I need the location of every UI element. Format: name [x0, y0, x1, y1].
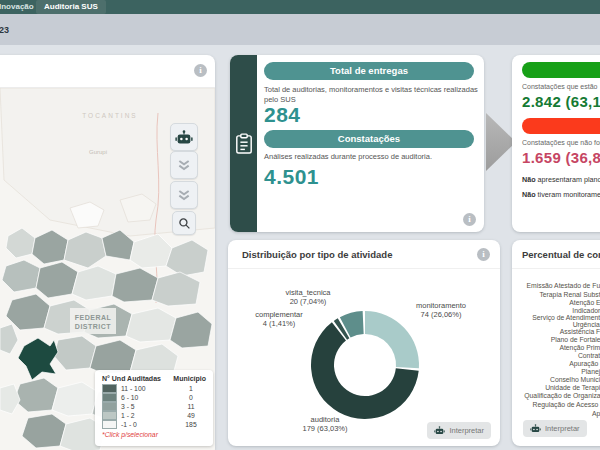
search-icon — [178, 217, 191, 230]
kpi-title-constatacoes: Constatações — [264, 130, 474, 148]
chevron-double-down-icon — [176, 158, 192, 172]
kpi-title-entregas: Total de entregas — [264, 62, 474, 80]
legend-row: -1 - 0185 — [102, 420, 206, 429]
map-legend: N° Und Auditadas Município 11 - 10016 - … — [95, 370, 213, 446]
map-label-city: Gurupi — [89, 149, 107, 155]
interpret-button[interactable]: Interpretar — [523, 420, 587, 437]
robot-icon — [175, 130, 193, 145]
legend-swatch — [102, 384, 117, 393]
legend-swatch — [102, 420, 117, 429]
negative-bar — [522, 118, 600, 134]
kpi-value-entregas: 284 — [264, 103, 301, 127]
legend-note: *Click p/selecionar — [102, 431, 206, 438]
legend-header-count: Município — [173, 375, 206, 382]
tab-auditoria-sus[interactable]: Auditoria SUS — [36, 0, 106, 14]
bar-category-label: Serviço de Atendimento — [532, 314, 600, 321]
bar-category-label: Urgência ( — [573, 321, 600, 328]
year-filter[interactable]: 2023 — [0, 25, 9, 35]
kpi-desc-constatacoes: Análises realizadas durante processo de … — [264, 152, 478, 162]
legend-header-range: N° Und Auditadas — [102, 375, 161, 382]
chevron-double-down-icon — [176, 188, 192, 202]
map-zoom-search-button[interactable] — [172, 211, 196, 235]
map-label-district-2: DISTRICT — [75, 323, 112, 330]
legend-row: 11 - 1001 — [102, 384, 206, 393]
map-collapse-button-1[interactable] — [170, 151, 198, 179]
bar-category-label: Atenção Es — [569, 299, 600, 306]
slice-label-monitoramento: monitoramento74 (26,06%) — [416, 301, 466, 320]
status-note-1: Não apresentaram plano de providências — [522, 175, 600, 184]
clipboard-icon — [235, 133, 253, 155]
bar-category-label: Conselho Municip — [550, 376, 600, 383]
bar-category-label: Regulação de Acesso à — [533, 401, 600, 408]
bar-category-label: Unidade de Terapia — [545, 384, 600, 391]
slice-label-auditoria: auditoria179 (63,03%) — [302, 415, 347, 434]
map-robot-button[interactable] — [170, 123, 198, 151]
bar-category-label: Apuração d — [569, 360, 600, 367]
top-nav-bar: Inovação Auditoria SUS — [0, 0, 600, 14]
legend-swatch — [102, 411, 117, 420]
bar-category-label: Planeja — [581, 368, 600, 375]
legend-swatch — [102, 402, 117, 411]
positive-label: Constatações que estão — [522, 83, 598, 90]
kpi-side-strip — [230, 55, 257, 232]
bar-category-label: Atenção Primá — [559, 344, 600, 351]
bar-category-label: Contratu — [578, 352, 600, 359]
bar-category-label: Apo — [592, 410, 600, 417]
bar-category-label: Plano de Fortalec — [551, 336, 600, 343]
positive-value: 2.842 (63,14%) — [522, 93, 600, 110]
positive-bar — [522, 62, 600, 78]
bar-category-label: Assistência Fa — [560, 328, 600, 335]
legend-swatch — [102, 393, 117, 402]
status-note-2: Não tiveram monitoramento — [522, 190, 600, 199]
filter-bar: 2023 — [0, 14, 600, 45]
negative-label: Constatações que não foram — [522, 139, 600, 146]
negative-value: 1.659 (36,86%) — [522, 149, 600, 166]
map-label-state: TOCANTINS — [82, 112, 137, 119]
donut-slice-monitoramento[interactable] — [365, 311, 419, 368]
percent-card: Percentual de constatações Emissão Atest… — [512, 240, 600, 446]
legend-rows: 11 - 10016 - 1003 - 5111 - 249-1 - 0185 — [102, 384, 206, 429]
donut-chart[interactable] — [228, 240, 500, 446]
interpret-button[interactable]: Interpretar — [427, 422, 491, 439]
map-card: TOCANTINS Gurupi FEDERAL DISTRICT — [0, 55, 215, 450]
kpi-card: Total de entregas Total de auditorias, m… — [230, 55, 484, 232]
legend-row: 1 - 249 — [102, 411, 206, 420]
bar-category-label: Indicadore — [572, 307, 600, 314]
status-card: Constatações que estão 2.842 (63,14%) Co… — [512, 55, 600, 232]
legend-row: 3 - 511 — [102, 402, 206, 411]
slice-label-visita_tecnica: visita_tecnica20 (7,04%) — [285, 288, 330, 307]
kpi-value-constatacoes: 4.501 — [264, 165, 319, 189]
dashboard: Inovação Auditoria SUS 2023 — [0, 0, 600, 450]
donut-card: Distribuição por tipo de atividade monit… — [228, 240, 500, 446]
robot-icon — [434, 426, 445, 435]
slice-label-complementar: complementar4 (1,41%) — [255, 310, 303, 329]
info-icon[interactable] — [463, 213, 476, 226]
percent-labels: Emissão Atestado de FunTerapia Renal Sub… — [512, 240, 600, 446]
bar-category-label: Emissão Atestado de Fun — [527, 282, 600, 289]
map-collapse-button-2[interactable] — [170, 181, 198, 209]
legend-row: 6 - 100 — [102, 393, 206, 402]
map-card-header — [0, 55, 215, 88]
info-icon[interactable] — [194, 64, 207, 77]
bar-category-label: Terapia Renal Substit — [539, 291, 600, 298]
bar-category-label: Qualificação de Organizaç — [524, 392, 600, 399]
robot-icon — [530, 424, 541, 433]
map-label-district-1: FEDERAL — [75, 314, 112, 321]
